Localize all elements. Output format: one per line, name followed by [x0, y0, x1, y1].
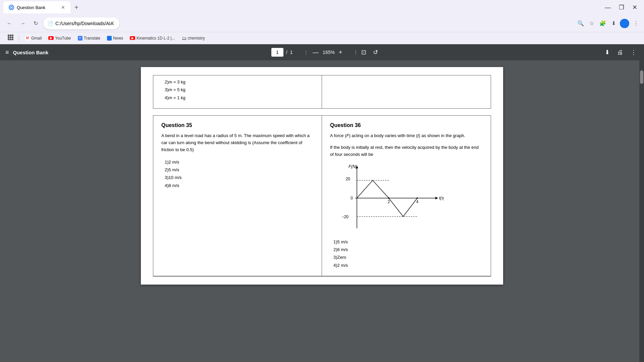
page-scrollbar[interactable]: [639, 60, 644, 362]
q35-opt2: 2)5 m/s: [165, 166, 314, 174]
news-favicon: [107, 36, 112, 41]
partial-question-left: 2)m = 3 kg 3)m = 5 kg 4)m = 1 kg: [153, 75, 322, 108]
pdf-page-total: 1: [290, 50, 293, 55]
rotate-button[interactable]: ↺: [371, 48, 380, 57]
youtube-play-icon: [50, 37, 52, 40]
file-icon: 📄: [47, 21, 53, 26]
bookmark-chemistry[interactable]: 🗂 chemistry: [179, 35, 208, 42]
kinematics-play-icon: [131, 37, 134, 40]
q36-opt1: 1)5 m/s: [333, 238, 483, 246]
bookmark-translate[interactable]: T Translate: [75, 35, 103, 41]
partial-option-4: 4)m = 1 kg: [165, 94, 314, 102]
apps-button[interactable]: [5, 34, 15, 43]
bookmark-news-label: News: [113, 36, 123, 41]
partial-question-area: 2)m = 3 kg 3)m = 5 kg 4)m = 1 kg: [153, 75, 491, 109]
svg-rect-3: [12, 35, 13, 36]
graph-x2-label: 2: [388, 199, 390, 204]
q36-opt3: 3)Zero: [333, 253, 483, 261]
address-bar-actions: 🔍 ☆ 🧩 ⬇ ⋮: [576, 19, 640, 28]
question-35-options: 1)2 m/s 2)5 m/s 3)10 m/s 4)8 m/s: [165, 158, 314, 190]
back-button[interactable]: ←: [4, 19, 15, 28]
q35-opt3: 3)10 m/s: [165, 174, 314, 181]
q35-opt1: 1)2 m/s: [165, 158, 314, 166]
zoom-out-button[interactable]: —: [311, 48, 321, 57]
pdf-divider-line: |: [305, 50, 307, 55]
svg-rect-6: [12, 37, 13, 38]
address-bar: ← → ↻ 📄 🔍 ☆ 🧩 ⬇ ⋮: [0, 15, 644, 32]
maximize-button[interactable]: ❐: [615, 3, 628, 12]
partial-option-3: 3)m = 5 kg: [165, 86, 314, 94]
pdf-menu-button[interactable]: ≡: [5, 49, 9, 56]
pdf-page-input[interactable]: [271, 48, 283, 57]
question-36-cell: Question 36 A force (F) acting on a body…: [322, 116, 491, 276]
pdf-right-actions: ⬇ 🖨 ⋮: [603, 48, 639, 57]
profile-avatar[interactable]: [620, 19, 629, 28]
minimize-button[interactable]: —: [601, 3, 614, 12]
pdf-more-button[interactable]: ⋮: [629, 48, 639, 57]
graph-x4-label: 4: [416, 199, 419, 204]
graph-y20-label: 20: [346, 177, 351, 181]
kinematics-favicon: [130, 36, 135, 40]
svg-rect-5: [10, 37, 11, 38]
bookmark-translate-label: Translate: [84, 36, 101, 41]
question-35-title: Question 35: [161, 122, 314, 128]
close-button[interactable]: ✕: [629, 3, 641, 12]
svg-rect-7: [8, 39, 9, 40]
question-35-cell: Question 35 A bend in a level road has a…: [153, 116, 322, 276]
pdf-toolbar-right: | ⊡ ↺: [355, 48, 380, 57]
graph-x-axis-label: t(s): [439, 195, 444, 200]
new-tab-button[interactable]: +: [72, 2, 81, 13]
pdf-toolbar: ≡ Question Bank / 1 | — 165% + | ⊡ ↺ ⬇ 🖨…: [0, 44, 644, 60]
tab-area: Question Bank ✕ +: [3, 1, 81, 13]
bookmarks-bar: M Gmail YouTube T Translate News Kinemat…: [0, 32, 644, 44]
pdf-page: 2)m = 3 kg 3)m = 5 kg 4)m = 1 kg Questio…: [141, 67, 503, 285]
pdf-page-controls: / 1: [271, 48, 293, 57]
url-input[interactable]: [43, 17, 119, 29]
partial-question-right: [322, 75, 491, 108]
zoom-in-button[interactable]: +: [337, 48, 344, 57]
tab-favicon-icon: [9, 5, 13, 9]
apps-icon: [7, 34, 13, 40]
bookmark-gmail[interactable]: M Gmail: [22, 35, 44, 41]
question-35-text: A bend in a level road has a radius of 5…: [161, 132, 314, 153]
title-bar: Question Bank ✕ + — ❐ ✕: [0, 0, 644, 15]
question-36-title: Question 36: [330, 122, 483, 128]
bookmark-youtube-label: YouTube: [55, 36, 71, 41]
translate-favicon: T: [78, 36, 83, 41]
bookmark-news[interactable]: News: [104, 35, 126, 41]
partial-option-2: 2)m = 3 kg: [165, 78, 314, 86]
pdf-zoom-controls: | — 165% +: [303, 48, 344, 57]
bookmark-youtube[interactable]: YouTube: [46, 35, 73, 41]
pdf-page-separator: /: [286, 50, 287, 55]
pdf-zoom-level: 165%: [323, 50, 335, 55]
refresh-button[interactable]: ↻: [31, 19, 41, 28]
forward-button[interactable]: →: [17, 19, 28, 28]
graph-y0-label: 0: [351, 196, 353, 200]
bookmark-divider: [19, 35, 19, 42]
search-icon-button[interactable]: 🔍: [576, 19, 585, 28]
youtube-favicon: [48, 36, 54, 40]
svg-marker-13: [435, 197, 438, 199]
bookmark-chemistry-label: chemistry: [188, 36, 205, 41]
folder-icon: 🗂: [182, 36, 186, 41]
graph-polyline: [357, 180, 417, 217]
force-time-graph: F(N) t(s) 20 0 −20: [330, 163, 483, 235]
active-tab[interactable]: Question Bank ✕: [3, 1, 70, 13]
bookmark-star-button[interactable]: ☆: [588, 19, 595, 28]
svg-rect-1: [8, 35, 9, 36]
extensions-button[interactable]: 🧩: [598, 19, 607, 28]
gmail-favicon: M: [25, 36, 30, 41]
chrome-menu-button[interactable]: ⋮: [632, 19, 640, 28]
tab-close-button[interactable]: ✕: [61, 5, 65, 10]
pdf-print-button[interactable]: 🖨: [615, 48, 625, 57]
fit-page-button[interactable]: ⊡: [359, 48, 368, 57]
q35-opt4: 4)8 m/s: [165, 182, 314, 189]
svg-rect-4: [8, 37, 9, 38]
download-button[interactable]: ⬇: [610, 19, 617, 28]
svg-rect-8: [10, 39, 11, 40]
bookmark-kinematics[interactable]: Kinematics 1D L-2 |...: [127, 35, 178, 41]
scrollbar-thumb[interactable]: [640, 70, 643, 84]
pdf-download-button[interactable]: ⬇: [603, 48, 612, 57]
svg-rect-9: [12, 39, 13, 40]
question-36-text-1: A force (F) acting on a body varies with…: [330, 132, 483, 139]
